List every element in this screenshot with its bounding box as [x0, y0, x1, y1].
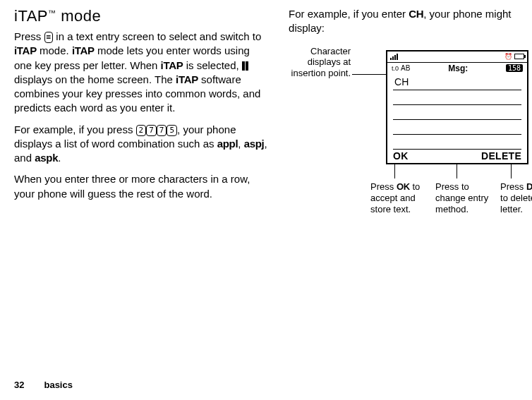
p2-word-1: appl: [217, 138, 238, 150]
left-column: iTAP™ mode Press ≡ in a text entry scree…: [14, 7, 267, 226]
ex-text-a: For example, if you enter: [289, 8, 409, 20]
phone-screen: ⏰ t.0 AB Msg: 158 CH: [386, 50, 528, 164]
p1-text-f: displays on the home screen. The: [14, 73, 176, 85]
p2-word-2: aspj: [244, 138, 265, 150]
p2-word-3: aspk: [35, 152, 58, 164]
annot3-a: Press: [500, 181, 526, 192]
keycap-7b: 7: [157, 125, 167, 136]
softkey-bar: OK DELETE: [387, 150, 527, 162]
text-mode-indicator: AB: [401, 64, 410, 72]
annot1-a: Press: [370, 181, 397, 192]
leader-line-method: [457, 164, 457, 178]
softkey-right-delete: DELETE: [481, 150, 521, 162]
p1-text-b: in a text entry screen to select and swi…: [53, 30, 261, 42]
p2-period: .: [58, 152, 61, 164]
paragraph-2: For example, if you press 2775, your pho…: [14, 123, 267, 166]
heading-itap-mode: iTAP™ mode: [14, 7, 267, 25]
p1-text-e: is selected,: [183, 59, 241, 71]
keycap-2: 2: [136, 125, 147, 136]
p1-itap-3: iTAP: [161, 59, 183, 71]
char-counter: 158: [506, 64, 523, 72]
battery-icon: [514, 54, 524, 59]
heading-mode: mode: [56, 7, 102, 25]
paragraph-example: For example, if you enter CH, your phone…: [289, 7, 518, 36]
alarm-icon: ⏰: [504, 53, 512, 60]
title-bar: t.0 AB Msg: 158: [387, 63, 527, 74]
annotation-delete: Press DELETE to delete the letter.: [500, 181, 532, 216]
screen-title: Msg:: [448, 63, 468, 73]
trademark-symbol: ™: [48, 8, 56, 17]
paragraph-1: Press ≡ in a text entry screen to select…: [14, 30, 267, 116]
annot1-key: OK: [397, 181, 410, 192]
right-column: For example, if you enter CH, your phone…: [289, 7, 518, 226]
p1-itap-4: iTAP: [176, 73, 198, 85]
annot3-key: DELETE: [526, 181, 532, 192]
message-textarea: CH: [393, 75, 521, 149]
leader-line-delete: [511, 164, 512, 178]
p2-comma-1: ,: [238, 138, 243, 150]
p1-text-a: Press: [14, 30, 44, 42]
heading-itap: iTAP: [14, 7, 48, 25]
ex-entry: CH: [409, 8, 423, 20]
keycap-7a: 7: [146, 125, 157, 136]
p1-itap-2: iTAP: [72, 44, 95, 56]
p1-itap-1: iTAP: [14, 44, 37, 56]
section-name: basics: [44, 380, 72, 390]
softkey-left-ok: OK: [393, 150, 409, 162]
reception-label: t.0: [392, 65, 399, 72]
p1-text-c: mode.: [37, 44, 72, 56]
annotation-ok: Press OK to accept and store text.: [370, 181, 430, 216]
page-footer: 32basics: [14, 380, 73, 390]
entered-text: CH: [394, 76, 409, 87]
annotation-method: Press to change entry method.: [435, 181, 499, 216]
signal-icon: [390, 54, 398, 60]
paragraph-3: When you enter three or more characters …: [14, 172, 267, 201]
p2-text-a: For example, if you press: [14, 123, 136, 135]
menu-key-icon: ≡: [44, 32, 54, 43]
side-label-character: Character displays at insertion point.: [289, 46, 351, 79]
leader-line-ok: [394, 164, 395, 178]
page-number: 32: [14, 380, 24, 390]
itap-indicator-icon: [242, 61, 248, 71]
status-bar: ⏰: [387, 51, 527, 63]
keycap-5: 5: [167, 125, 177, 136]
annot3-b: to delete the letter.: [500, 193, 532, 214]
phone-illustration: Character displays at insertion point. ⏰: [289, 43, 518, 226]
